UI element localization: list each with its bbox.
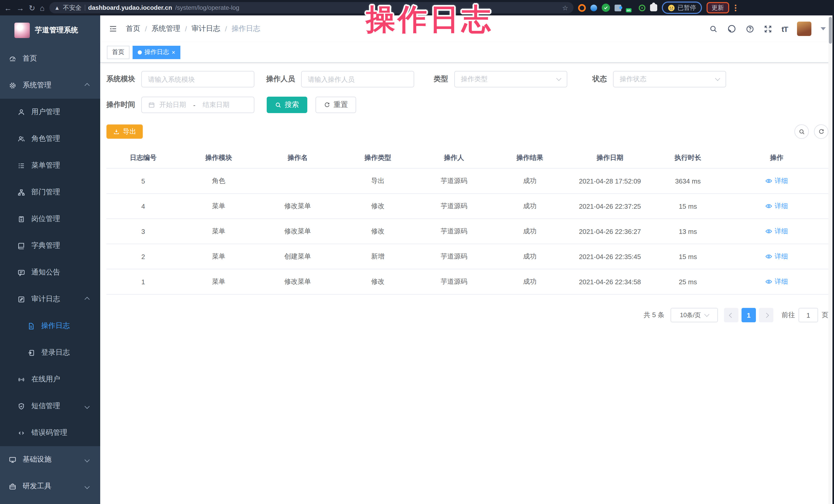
sidebar-item-label: 操作日志 xyxy=(41,321,70,330)
window-edge xyxy=(832,0,834,504)
sidebar-item-home[interactable]: 首页 xyxy=(0,45,100,72)
status-select[interactable]: 操作状态 xyxy=(613,71,726,87)
extension-icon-switch[interactable]: on xyxy=(626,4,634,11)
sidebar-item-dev-tools[interactable]: 研发工具 xyxy=(0,473,100,500)
tags-view-bar: 首页 操作日志 × xyxy=(100,42,834,63)
address-bar[interactable]: ▲ 不安全 dashboard.yudao.iocoder.cn /system… xyxy=(49,2,573,13)
font-size-icon[interactable]: tT xyxy=(782,24,788,33)
browser-forward-icon[interactable]: → xyxy=(17,4,24,12)
sidebar-item-sms[interactable]: 短信管理 xyxy=(0,393,100,419)
cell-module: 菜单 xyxy=(180,252,258,261)
sidebar-item-infrastructure[interactable]: 基础设施 xyxy=(0,446,100,473)
extension-icon-drop[interactable] xyxy=(590,4,597,11)
sidebar-item-roles[interactable]: 角色管理 xyxy=(0,126,100,152)
breadcrumb-item[interactable]: 审计日志 xyxy=(192,24,220,34)
sidebar-item-users[interactable]: 用户管理 xyxy=(0,99,100,126)
hamburger-icon[interactable] xyxy=(108,24,118,34)
system-submenu: 用户管理 角色管理 菜单管理 部门管理 岗位管理 xyxy=(0,99,100,446)
sidebar-item-label: 角色管理 xyxy=(31,134,60,144)
sidebar-item-label: 在线用户 xyxy=(31,375,60,384)
search-button[interactable]: 搜索 xyxy=(267,96,307,113)
sidebar-item-online-users[interactable]: 在线用户 xyxy=(0,366,100,393)
detail-link[interactable]: 详细 xyxy=(765,176,788,185)
app-logo-row[interactable]: 芋道管理系统 xyxy=(0,16,100,45)
extensions-puzzle-icon[interactable] xyxy=(650,4,657,11)
detail-label: 详细 xyxy=(775,176,788,185)
close-icon[interactable]: × xyxy=(172,49,175,55)
sidebar-item-label: 菜单管理 xyxy=(31,161,60,170)
module-input[interactable] xyxy=(148,75,248,83)
screen: ← → ↻ ⌂ ▲ 不安全 dashboard.yudao.iocoder.cn… xyxy=(0,0,834,504)
tag-operate-log[interactable]: 操作日志 × xyxy=(133,45,180,59)
fullscreen-icon[interactable] xyxy=(764,24,772,33)
sidebar-item-audit-log[interactable]: 审计日志 xyxy=(0,286,100,312)
detail-link[interactable]: 详细 xyxy=(765,201,788,211)
scrollbar-track[interactable] xyxy=(828,16,832,504)
extension-icon-leaf[interactable] xyxy=(638,4,645,11)
sidebar-item-dict[interactable]: 字典管理 xyxy=(0,232,100,259)
sidebar-item-notice[interactable]: 通知公告 xyxy=(0,259,100,286)
github-icon[interactable] xyxy=(727,24,737,34)
url-path: /system/log/operate-log xyxy=(175,4,239,11)
chevron-down-icon xyxy=(704,312,709,317)
user-avatar[interactable] xyxy=(797,22,811,36)
cell-result: 成功 xyxy=(490,252,569,261)
sidebar-item-operate-log[interactable]: 操作日志 xyxy=(0,312,100,339)
sidebar-item-login-log[interactable]: 登录日志 xyxy=(0,339,100,366)
sidebar-item-menus[interactable]: 菜单管理 xyxy=(0,152,100,179)
cell-result: 成功 xyxy=(490,201,569,211)
paused-pill[interactable]: 已暂停 xyxy=(662,2,702,14)
help-icon[interactable] xyxy=(746,24,754,33)
sidebar-item-error-code[interactable]: 错误码管理 xyxy=(0,419,100,446)
active-dot xyxy=(138,50,142,54)
browser-back-icon[interactable]: ← xyxy=(4,4,12,12)
type-select[interactable]: 操作类型 xyxy=(454,71,567,87)
tag-home[interactable]: 首页 xyxy=(107,45,130,59)
browser-reload-icon[interactable]: ↻ xyxy=(29,4,35,12)
search-icon[interactable] xyxy=(709,24,718,33)
detail-link[interactable]: 详细 xyxy=(765,226,788,236)
extension-icon-green-check[interactable] xyxy=(601,4,610,12)
extension-icon-pages[interactable] xyxy=(614,4,621,11)
status-label: 状态 xyxy=(592,74,607,84)
detail-link[interactable]: 详细 xyxy=(765,251,788,261)
operator-label: 操作人员 xyxy=(266,74,295,84)
filter-row-1: 系统模块 操作人员 类型 操作类型 状态 操作状态 xyxy=(106,71,828,87)
browser-home-icon[interactable]: ⌂ xyxy=(40,4,44,12)
cell-name: 创建菜单 xyxy=(257,252,338,261)
breadcrumb-item[interactable]: 系统管理 xyxy=(152,24,180,34)
date-range-picker[interactable]: 开始日期 - 结束日期 xyxy=(141,96,254,113)
chevron-left-icon xyxy=(729,312,734,318)
page-size-select[interactable]: 10条/页 xyxy=(671,308,718,322)
browser-menu-icon[interactable] xyxy=(733,4,737,11)
bookmark-star-icon[interactable]: ☆ xyxy=(562,4,568,12)
sidebar-item-label: 审计日志 xyxy=(31,294,60,304)
detail-link[interactable]: 详细 xyxy=(765,277,788,286)
operator-input[interactable] xyxy=(308,75,408,83)
extension-icon-orange[interactable] xyxy=(578,4,586,12)
refresh-icon xyxy=(818,128,825,135)
sidebar-item-system[interactable]: 系统管理 xyxy=(0,72,100,99)
next-page-button[interactable] xyxy=(759,308,773,322)
sidebar-item-label: 错误码管理 xyxy=(31,428,67,437)
page-number-current[interactable]: 1 xyxy=(742,308,756,322)
cell-operator: 芋道源码 xyxy=(418,252,490,261)
scrollbar-thumb[interactable] xyxy=(829,17,832,44)
detail-label: 详细 xyxy=(775,277,788,286)
sidebar-item-departments[interactable]: 部门管理 xyxy=(0,179,100,205)
prev-page-button[interactable] xyxy=(724,308,739,322)
goto-page-input[interactable] xyxy=(798,308,818,322)
export-button[interactable]: 导出 xyxy=(106,125,143,139)
badge-icon xyxy=(18,215,25,223)
search-icon xyxy=(275,102,282,108)
reset-button[interactable]: 重置 xyxy=(315,96,356,113)
refresh-table-button[interactable] xyxy=(814,125,828,139)
update-button[interactable]: 更新 xyxy=(706,2,729,13)
caret-down-icon[interactable] xyxy=(821,27,826,30)
sidebar: 芋道管理系统 首页 系统管理 用户管理 角色管理 xyxy=(0,16,100,504)
column-header: 操作结果 xyxy=(490,153,569,162)
sidebar-item-posts[interactable]: 岗位管理 xyxy=(0,205,100,232)
table-row: 4 菜单 修改菜单 修改 芋道源码 成功 2021-04-26 22:37:25… xyxy=(106,194,828,219)
breadcrumb-item[interactable]: 首页 xyxy=(126,24,140,34)
toggle-search-button[interactable] xyxy=(794,125,809,139)
